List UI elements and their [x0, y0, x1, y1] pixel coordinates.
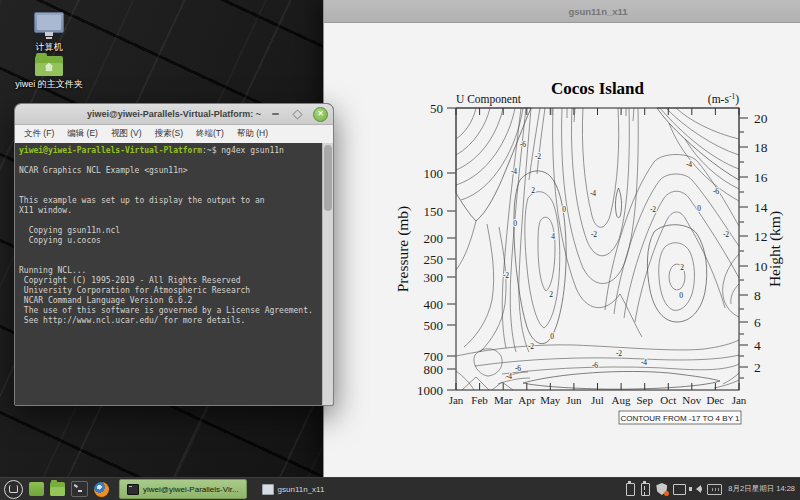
svg-text:-6: -6 [713, 187, 719, 196]
terminal-window-title: yiwei@yiwei-Parallels-Virtual-Platform: … [87, 109, 261, 119]
funnel-feature [615, 188, 621, 218]
terminal-output: NCAR Graphics NCL Example <gsun11n> This… [19, 166, 313, 325]
crosshatch-region-upper-left [456, 108, 531, 221]
svg-text:2: 2 [531, 186, 535, 195]
svg-text:2: 2 [549, 290, 553, 299]
svg-text:6: 6 [754, 315, 761, 330]
menu-item[interactable]: 帮助 (H) [237, 128, 268, 140]
svg-text:14: 14 [754, 200, 768, 215]
svg-text:2: 2 [680, 263, 684, 272]
svg-text:Dec: Dec [707, 394, 725, 406]
desktop-icon-label: yiwei 的主文件夹 [10, 78, 88, 91]
pressure-axis: 501001502002503004005007008001000 [417, 101, 456, 398]
plot-frame [456, 108, 739, 390]
x11-plot-canvas: Cocos Island U Component (m-s-1) Pressur… [324, 22, 800, 478]
svg-text:-2: -2 [528, 342, 534, 351]
svg-text:2: 2 [754, 360, 761, 375]
svg-text:4: 4 [754, 338, 761, 353]
x11-plot-window: gsun11n_x11 Cocos Island U Component (m-… [323, 0, 800, 478]
svg-text:-2: -2 [503, 271, 509, 280]
speaker-icon[interactable] [692, 485, 701, 493]
terminal-icon [127, 484, 139, 495]
svg-text:0: 0 [513, 219, 517, 228]
task-label: yiwei@yiwei-Parallels-Vir... [143, 485, 239, 494]
menu-item[interactable]: 终端(T) [196, 128, 224, 140]
svg-text:May: May [540, 394, 561, 406]
svg-text:Sep: Sep [636, 394, 653, 406]
battery-icon[interactable] [626, 483, 635, 496]
close-icon: ✕ [317, 110, 324, 118]
task-button-terminal[interactable]: yiwei@yiwei-Parallels-Vir... [119, 479, 247, 499]
close-button[interactable]: ✕ [313, 107, 328, 122]
svg-text:-2: -2 [723, 230, 729, 239]
svg-text:Jan: Jan [732, 394, 747, 406]
task-button-x11[interactable]: gsun11n_x11 [255, 480, 332, 498]
scrollbar-thumb[interactable] [324, 145, 332, 211]
terminal-screen[interactable]: yiwei@yiwei-Parallels-Virtual-Platform:~… [15, 143, 333, 405]
svg-text:20: 20 [754, 111, 768, 126]
maximize-button[interactable] [291, 108, 304, 121]
svg-text:-4: -4 [686, 160, 692, 169]
svg-text:250: 250 [424, 252, 444, 267]
terminal-launcher[interactable] [71, 481, 88, 497]
svg-text:500: 500 [424, 318, 444, 333]
firefox-launcher[interactable] [94, 482, 109, 497]
svg-text:1000: 1000 [417, 383, 443, 398]
desktop-icon-computer[interactable]: 计算机 [10, 12, 88, 54]
svg-text:18: 18 [754, 140, 768, 155]
plot-title: Cocos Island [551, 79, 645, 98]
terminal-titlebar[interactable]: yiwei@yiwei-Parallels-Virtual-Platform: … [15, 104, 333, 125]
task-label: gsun11n_x11 [278, 485, 325, 494]
svg-text:Oct: Oct [660, 394, 676, 406]
svg-text:4: 4 [551, 232, 555, 241]
terminal-menubar: 文件 (F)编辑 (E)视图 (V)搜索(S)终端(T)帮助 (H) [15, 125, 333, 144]
svg-text:Mar: Mar [494, 394, 513, 406]
keyboard-icon[interactable] [707, 484, 722, 495]
svg-text:16: 16 [754, 170, 768, 185]
svg-text:Jul: Jul [591, 394, 604, 406]
svg-text:-6: -6 [515, 364, 521, 373]
svg-text:8: 8 [754, 288, 761, 303]
terminal-scrollbar[interactable] [322, 143, 333, 405]
svg-text:-4: -4 [590, 189, 596, 198]
svg-text:Nov: Nov [682, 394, 701, 406]
taskbar-clock[interactable]: 8月2日星期日 14:28 [728, 484, 795, 494]
svg-text:-2: -2 [616, 349, 622, 358]
taskbar: yiwei@yiwei-Parallels-Vir... gsun11n_x11… [0, 477, 800, 500]
svg-text:200: 200 [424, 231, 444, 246]
show-desktop-button[interactable] [29, 482, 44, 496]
contour-info-box: CONTOUR FROM -17 TO 4 BY 1 [619, 411, 741, 424]
shield-update-icon[interactable] [656, 483, 667, 495]
menu-item[interactable]: 搜索(S) [155, 128, 183, 140]
svg-text:-4: -4 [641, 358, 647, 367]
maximize-icon [292, 109, 302, 119]
contour-info-text: CONTOUR FROM -17 TO 4 BY 1 [621, 414, 741, 423]
svg-text:Aug: Aug [612, 394, 631, 406]
menu-item[interactable]: 视图 (V) [111, 128, 142, 140]
svg-text:150: 150 [424, 204, 444, 219]
x11-titlebar[interactable]: gsun11n_x11 [324, 0, 800, 23]
menu-item[interactable]: 编辑 (E) [67, 128, 98, 140]
terminal-text: yiwei@yiwei-Parallels-Virtual-Platform:~… [19, 146, 321, 326]
stipple-region-left [514, 171, 566, 344]
files-launcher[interactable] [50, 482, 65, 496]
desktop-icon-label: 计算机 [10, 41, 88, 54]
plot-left-header: U Component [456, 93, 522, 106]
svg-text:Jun: Jun [566, 394, 582, 406]
terminal-command: :~$ ng4ex gsun11n [202, 146, 284, 155]
window-icon [262, 484, 274, 495]
minimize-icon [272, 113, 279, 115]
svg-text:Apr: Apr [518, 394, 535, 406]
mint-menu-button[interactable] [4, 480, 23, 499]
display-icon[interactable] [673, 484, 686, 495]
svg-text:-2: -2 [650, 205, 656, 214]
minimize-button[interactable] [269, 108, 282, 121]
battery-warning-icon[interactable] [641, 483, 650, 496]
svg-text:-2: -2 [535, 152, 541, 161]
svg-text:300: 300 [424, 270, 444, 285]
svg-text:800: 800 [424, 362, 444, 377]
desktop-icon-home-folder[interactable]: yiwei 的主文件夹 [10, 56, 88, 91]
svg-text:0: 0 [550, 332, 554, 341]
height-axis: 2018161412108642 [740, 111, 768, 379]
menu-item[interactable]: 文件 (F) [24, 128, 54, 140]
